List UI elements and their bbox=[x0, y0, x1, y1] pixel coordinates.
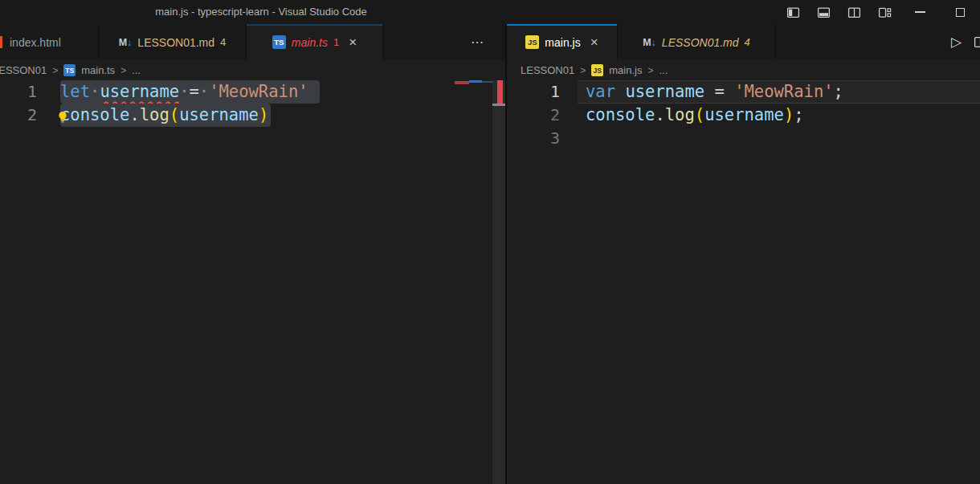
code-token: . bbox=[655, 105, 664, 124]
customize-layout-icon[interactable] bbox=[869, 0, 900, 24]
toggle-sidebar-icon[interactable] bbox=[778, 0, 808, 24]
titlebar-controls bbox=[778, 0, 980, 24]
breadcrumb-file[interactable]: main.js bbox=[609, 64, 642, 76]
code-token bbox=[704, 82, 714, 101]
code-token: . bbox=[129, 105, 139, 124]
code-text: let·username·=·'MeowRain' bbox=[60, 80, 320, 104]
right-tab-bar: JS main.js × M↓ LESSON01.md 4 ▷ bbox=[507, 24, 980, 60]
problems-badge: 4 bbox=[220, 36, 226, 48]
code-token: ) bbox=[784, 105, 794, 124]
breadcrumb-more[interactable]: ... bbox=[659, 64, 668, 76]
code-token: console bbox=[586, 105, 655, 124]
minimap-line-trail bbox=[482, 81, 492, 83]
tab-lesson01-md-right[interactable]: M↓ LESSON01.md 4 bbox=[618, 24, 776, 60]
breadcrumb-folder[interactable]: LESSON01 bbox=[521, 64, 574, 76]
typescript-icon: TS bbox=[63, 64, 76, 76]
code-token: username bbox=[179, 105, 259, 124]
selection-highlight: console.log(username) bbox=[60, 104, 271, 127]
code-line[interactable]: 3 bbox=[507, 127, 980, 150]
code-token: var bbox=[586, 82, 615, 101]
markdown-icon: M↓ bbox=[643, 37, 656, 48]
minimap-line1-mark bbox=[455, 81, 469, 84]
code-token: 'MeowRain' bbox=[734, 82, 833, 101]
typescript-icon: TS bbox=[272, 35, 286, 49]
line-number: 2 bbox=[507, 104, 560, 127]
tab-main-js[interactable]: JS main.js × bbox=[507, 24, 618, 60]
tab-label: main.js bbox=[545, 36, 580, 49]
title-bar: main.js - typescript-learn - Visual Stud… bbox=[0, 0, 980, 24]
close-icon[interactable]: × bbox=[349, 35, 357, 49]
code-token: · bbox=[179, 82, 189, 101]
code-token: log bbox=[665, 105, 695, 124]
tab-label: LESSON01.md bbox=[662, 36, 739, 49]
markdown-icon: M↓ bbox=[119, 37, 133, 48]
chevron-right-icon: > bbox=[52, 65, 58, 76]
left-breadcrumbs: LESSON01 > TS main.ts > ... bbox=[0, 60, 505, 80]
code-text: console.log(username); bbox=[586, 104, 804, 127]
code-token: username bbox=[704, 105, 784, 124]
right-editor[interactable]: 1var username = 'MeowRain';2console.log(… bbox=[507, 80, 980, 484]
code-token bbox=[615, 82, 625, 101]
code-line[interactable]: 1let·username·=·'MeowRain' bbox=[0, 80, 505, 104]
code-text: console.log(username) bbox=[60, 104, 271, 127]
code-token: = bbox=[189, 82, 198, 101]
problems-badge: 4 bbox=[745, 36, 750, 48]
left-editor[interactable]: 1let·username·=·'MeowRain'2console.log(u… bbox=[0, 80, 505, 484]
code-token: username bbox=[625, 82, 704, 101]
code-token: let bbox=[60, 82, 90, 101]
code-line[interactable]: 1var username = 'MeowRain'; bbox=[507, 80, 980, 104]
code-token: ( bbox=[169, 105, 179, 124]
tab-label: LESSON01.md bbox=[137, 36, 214, 49]
maximize-icon bbox=[956, 8, 965, 17]
code-token: console bbox=[60, 105, 129, 124]
breadcrumb-folder[interactable]: LESSON01 bbox=[0, 64, 47, 76]
split-editor-icon[interactable] bbox=[839, 0, 869, 24]
line-number: 3 bbox=[507, 127, 560, 150]
split-editor-button[interactable] bbox=[974, 35, 980, 49]
selection-highlight: let·username·=·'MeowRain' bbox=[60, 80, 320, 104]
code-text: var username = 'MeowRain'; bbox=[586, 80, 843, 104]
chevron-right-icon: > bbox=[120, 65, 126, 76]
chevron-right-icon: > bbox=[647, 65, 653, 76]
minimize-button[interactable] bbox=[900, 0, 940, 24]
overview-cursor-marker bbox=[492, 104, 505, 106]
breadcrumb-file[interactable]: main.ts bbox=[81, 64, 115, 76]
tab-main-ts[interactable]: TS main.ts 1 × bbox=[247, 24, 383, 60]
vertical-scrollbar[interactable] bbox=[492, 80, 505, 484]
tab-label: index.html bbox=[10, 36, 61, 49]
javascript-icon: JS bbox=[525, 35, 539, 49]
editor-actions: ▷ bbox=[951, 35, 980, 49]
run-file-button[interactable]: ▷ bbox=[951, 35, 962, 49]
line-number: 2 bbox=[0, 104, 37, 127]
toggle-panel-icon[interactable] bbox=[808, 0, 839, 24]
left-tab-bar: index.html M↓ LESSON01.md 4 TS main.ts 1… bbox=[0, 24, 505, 60]
tab-lesson01-md[interactable]: M↓ LESSON01.md 4 bbox=[99, 24, 247, 60]
overview-error-marker bbox=[497, 80, 503, 104]
code-token: log bbox=[140, 105, 169, 124]
javascript-icon: JS bbox=[591, 64, 603, 76]
error-squiggle-token: username bbox=[100, 82, 179, 101]
maximize-button[interactable] bbox=[940, 0, 980, 24]
code-token: ; bbox=[834, 82, 843, 101]
right-breadcrumbs: LESSON01 > JS main.js > ... bbox=[507, 60, 980, 80]
line-number: 1 bbox=[0, 80, 37, 104]
code-token: = bbox=[714, 82, 724, 101]
left-code: 1let·username·=·'MeowRain'2console.log(u… bbox=[0, 80, 505, 127]
code-token bbox=[725, 82, 734, 101]
tab-label: main.ts bbox=[292, 36, 328, 49]
tab-index-html[interactable]: index.html bbox=[0, 24, 99, 60]
code-line[interactable]: 2console.log(username); bbox=[507, 104, 980, 127]
minimize-icon bbox=[915, 11, 925, 13]
chevron-right-icon: > bbox=[580, 65, 586, 76]
code-line[interactable]: 2console.log(username) bbox=[0, 104, 505, 127]
lightbulb-icon[interactable] bbox=[56, 107, 69, 130]
minimap-line2-mark bbox=[469, 80, 482, 83]
line-number: 1 bbox=[507, 80, 560, 104]
window-title: main.js - typescript-learn - Visual Stud… bbox=[0, 0, 522, 24]
code-token: 'MeowRain' bbox=[209, 82, 308, 101]
code-token: ; bbox=[794, 105, 803, 124]
code-token: ) bbox=[259, 105, 268, 124]
breadcrumb-more[interactable]: ... bbox=[132, 64, 141, 76]
close-icon[interactable]: × bbox=[590, 35, 598, 49]
tab-overflow-button[interactable]: ⋯ bbox=[468, 33, 488, 51]
